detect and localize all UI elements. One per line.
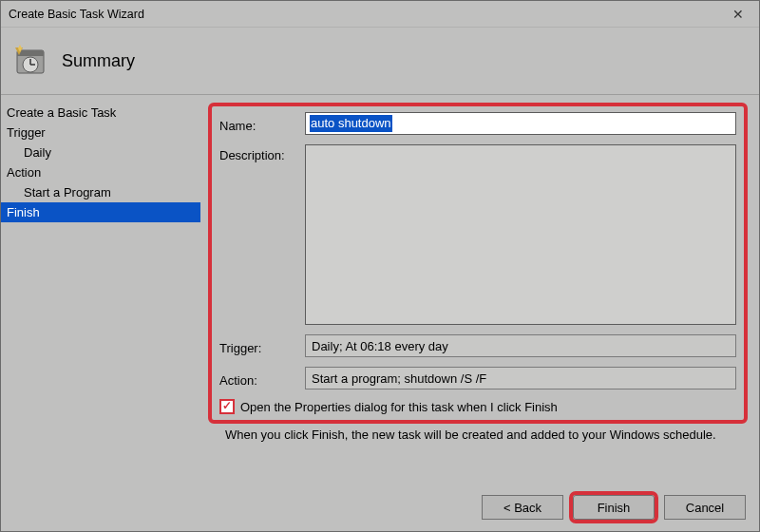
- summary-highlight: Name: auto shutdown Description: Trigger…: [208, 103, 748, 424]
- finish-button[interactable]: Finish: [573, 495, 655, 520]
- open-properties-label: Open the Properties dialog for this task…: [240, 400, 558, 414]
- close-button[interactable]: ✕: [717, 1, 759, 28]
- cancel-button[interactable]: Cancel: [664, 495, 746, 520]
- name-input[interactable]: auto shutdown: [305, 112, 736, 135]
- header: Summary: [1, 28, 759, 94]
- row-name: Name: auto shutdown: [219, 112, 736, 135]
- open-properties-checkbox[interactable]: ✓: [219, 399, 235, 414]
- wizard-footer: < Back Finish Cancel: [1, 485, 759, 531]
- row-open-properties: ✓ Open the Properties dialog for this ta…: [219, 399, 736, 414]
- checkmark-icon: ✓: [222, 400, 232, 411]
- back-button[interactable]: < Back: [482, 495, 563, 520]
- sidebar-item-finish[interactable]: Finish: [1, 202, 200, 222]
- row-description: Description:: [219, 144, 736, 325]
- wizard-sidebar: Create a Basic Task Trigger Daily Action…: [1, 95, 200, 473]
- page-title: Summary: [62, 51, 135, 71]
- sidebar-item-action[interactable]: Action: [1, 162, 200, 182]
- wizard-window: Create Basic Task Wizard ✕ Summary Creat…: [0, 0, 760, 532]
- titlebar: Create Basic Task Wizard ✕: [1, 1, 759, 28]
- task-icon: [14, 45, 47, 77]
- name-input-value: auto shutdown: [310, 115, 392, 132]
- action-value: Start a program; shutdown /S /F: [305, 367, 736, 390]
- description-label: Description:: [219, 144, 305, 162]
- description-input[interactable]: [305, 144, 736, 325]
- svg-rect-1: [17, 50, 44, 56]
- sidebar-item-start-program[interactable]: Start a Program: [1, 182, 200, 202]
- sidebar-item-trigger[interactable]: Trigger: [1, 123, 200, 142]
- row-trigger: Trigger: Daily; At 06:18 every day: [219, 334, 736, 357]
- finish-hint: When you click Finish, the new task will…: [208, 424, 748, 442]
- wizard-body: Create a Basic Task Trigger Daily Action…: [1, 95, 759, 473]
- sidebar-item-daily[interactable]: Daily: [1, 142, 200, 162]
- trigger-label: Trigger:: [219, 337, 305, 355]
- action-label: Action:: [219, 370, 305, 388]
- trigger-value: Daily; At 06:18 every day: [305, 334, 736, 357]
- sidebar-item-create-basic-task[interactable]: Create a Basic Task: [1, 103, 200, 123]
- name-label: Name:: [219, 115, 305, 133]
- close-icon: ✕: [732, 7, 744, 22]
- row-action: Action: Start a program; shutdown /S /F: [219, 367, 736, 390]
- wizard-main: Name: auto shutdown Description: Trigger…: [200, 95, 759, 473]
- window-title: Create Basic Task Wizard: [9, 8, 144, 21]
